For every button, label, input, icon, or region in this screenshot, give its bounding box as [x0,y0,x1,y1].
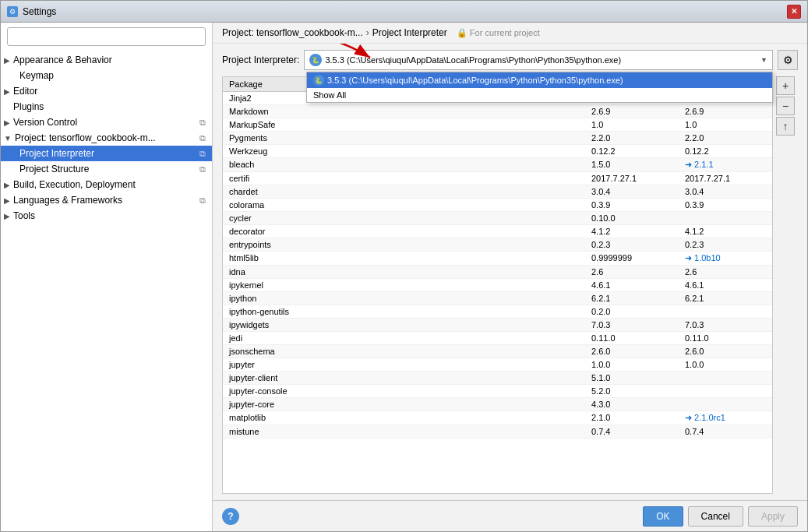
package-version: 4.3.0 [585,398,679,410]
package-version: 1.0 [585,118,679,131]
package-version: 2.6.9 [585,105,679,118]
breadcrumb: Project: tensorflow_cookbook-m... › Proj… [213,23,807,44]
table-row[interactable]: ipython6.2.16.2.1 [223,292,772,305]
table-row[interactable]: certifi2017.7.27.12017.7.27.1 [223,172,772,185]
chevron-right-icon: ▶ [4,181,10,189]
sidebar-item-project-interpreter[interactable]: Project Interpreter ⧉ [1,146,212,161]
lock-icon: 🔒 [457,28,468,37]
package-latest: ➜ 2.1.1 [679,158,772,171]
interpreter-value: 3.5.3 (C:\Users\qiuqul\AppData\Local\Pro… [325,55,760,65]
table-row[interactable]: Pygments2.2.02.2.0 [223,132,772,145]
table-row[interactable]: matplotlib2.1.0➜ 2.1.0rc1 [223,411,772,425]
sidebar-item-build-execution[interactable]: ▶ Build, Execution, Deployment [1,177,212,192]
sidebar-label: Project: tensorflow_cookbook-m... [15,132,156,143]
table-row[interactable]: mistune0.7.40.7.4 [223,425,772,439]
sidebar-item-project[interactable]: ▼ Project: tensorflow_cookbook-m... ⧉ [1,130,212,146]
package-latest: 2.6.9 [679,105,772,118]
cancel-button[interactable]: Cancel [688,506,743,527]
table-row[interactable]: jupyter-console5.2.0 [223,385,772,398]
interpreter-settings-button[interactable]: ⚙ [778,50,798,70]
sidebar-item-languages-frameworks[interactable]: ▶ Languages & Frameworks ⧉ [1,192,212,208]
package-latest [679,212,772,224]
sidebar-label: Project Structure [19,164,89,174]
table-row[interactable]: entrypoints0.2.30.2.3 [223,238,772,252]
packages-table: Package Version Latest version Jinja22.6… [222,76,773,494]
package-name: certifi [223,172,585,185]
package-name: ipython-genutils [223,305,585,318]
search-input[interactable] [7,27,206,46]
sidebar-item-keymap[interactable]: Keymap [1,68,212,83]
upgrade-package-button[interactable]: ↑ [776,117,795,136]
table-row[interactable]: ipython-genutils0.2.0 [223,305,772,319]
package-name: jupyter-client [223,372,585,384]
copy-icon: ⧉ [199,164,206,174]
table-row[interactable]: idna2.62.6 [223,266,772,279]
ok-button[interactable]: OK [643,506,683,527]
dropdown-show-all[interactable]: Show All [307,88,772,102]
table-row[interactable]: chardet3.0.43.0.4 [223,185,772,199]
close-button[interactable]: ✕ [787,5,801,19]
chevron-right-icon: ▶ [4,87,10,96]
package-latest: 4.1.2 [679,225,772,238]
interpreter-row: Project Interpreter: [222,50,798,70]
sidebar-item-editor[interactable]: ▶ Editor [1,83,212,99]
table-row[interactable]: ipywidgets7.0.37.0.3 [223,319,772,332]
package-name: bleach [223,158,585,171]
package-version: 3.0.4 [585,185,679,198]
table-row[interactable]: decorator4.1.24.1.2 [223,225,772,238]
table-row[interactable]: bleach1.5.0➜ 2.1.1 [223,158,772,172]
settings-body: Project Interpreter: [213,44,807,500]
package-version: 0.9999999 [585,252,679,265]
copy-icon: ⧉ [199,133,206,143]
remove-package-button[interactable]: − [776,97,795,115]
apply-button[interactable]: Apply [748,506,798,527]
chevron-right-icon: ▶ [4,56,10,65]
package-version: 1.5.0 [585,158,679,171]
sidebar-item-plugins[interactable]: Plugins [1,99,212,115]
table-row[interactable]: Markdown2.6.92.6.9 [223,105,772,118]
table-row[interactable]: ipykernel4.6.14.6.1 [223,279,772,292]
sidebar-item-version-control[interactable]: ▶ Version Control ⧉ [1,115,212,130]
sidebar-item-project-structure[interactable]: Project Structure ⧉ [1,161,212,177]
sidebar-label: Appearance & Behavior [13,55,112,65]
chevron-right-icon: ▶ [4,118,10,127]
table-row[interactable]: cycler0.10.0 [223,212,772,225]
table-row[interactable]: Werkzeug0.12.20.12.2 [223,145,772,158]
table-row[interactable]: jupyter-core4.3.0 [223,398,772,411]
package-name: Markdown [223,105,585,118]
package-name: ipykernel [223,279,585,291]
dropdown-option[interactable]: 🐍 3.5.3 (C:\Users\qiuqul\AppData\Local\P… [307,72,772,88]
interpreter-dropdown[interactable]: 🐍 3.5.3 (C:\Users\qiuqul\AppData\Local\P… [304,50,773,70]
package-name: MarkupSafe [223,118,585,131]
package-latest [679,398,772,410]
nav-tree: ▶ Appearance & Behavior Keymap ▶ Editor … [1,51,212,531]
sidebar-item-appearance-behavior[interactable]: ▶ Appearance & Behavior [1,52,212,68]
package-latest: 0.3.9 [679,199,772,211]
package-latest [679,372,772,384]
package-version: 6.2.1 [585,292,679,305]
table-row[interactable]: jupyter-client5.1.0 [223,372,772,385]
sidebar-item-tools[interactable]: ▶ Tools [1,208,212,224]
table-row[interactable]: html5lib0.9999999➜ 1.0b10 [223,252,772,266]
package-latest: 2.6.0 [679,345,772,358]
package-latest: 0.11.0 [679,332,772,344]
breadcrumb-part2: Project Interpreter [372,27,447,38]
table-row[interactable]: jupyter1.0.01.0.0 [223,358,772,372]
sidebar-label: Languages & Frameworks [13,195,122,206]
sidebar-label: Version Control [13,117,77,128]
package-name: mistune [223,425,585,438]
table-row[interactable]: jsonschema2.6.02.6.0 [223,345,772,358]
package-latest: 2.2.0 [679,132,772,144]
package-version: 0.10.0 [585,212,679,224]
breadcrumb-part1: Project: tensorflow_cookbook-m... [222,27,363,38]
add-package-button[interactable]: + [776,76,795,95]
table-row[interactable]: MarkupSafe1.01.0 [223,118,772,132]
table-row[interactable]: colorama0.3.90.3.9 [223,199,772,212]
help-button[interactable]: ? [222,508,239,525]
sidebar-label: Tools [13,210,35,221]
sidebar-label: Keymap [19,70,54,81]
packages-body: Jinja22.6.92.6.9Markdown2.6.92.6.9Markup… [223,92,772,493]
table-row[interactable]: jedi0.11.00.11.0 [223,332,772,345]
copy-icon: ⧉ [199,118,206,128]
breadcrumb-hint: 🔒 For current project [457,28,540,38]
